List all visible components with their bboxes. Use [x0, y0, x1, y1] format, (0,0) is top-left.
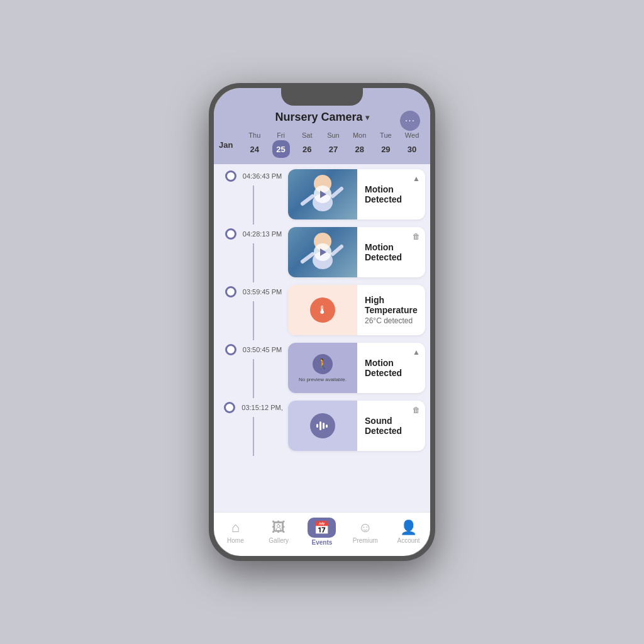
time-row-4: 03:50:45 PM [225, 344, 282, 355]
home-label: Home [227, 537, 244, 544]
day-num-mon: 28 [351, 140, 369, 158]
day-thu[interactable]: Thu 24 [246, 131, 264, 158]
card-action-4[interactable]: ▲ [413, 348, 420, 357]
play-button-1[interactable] [314, 186, 331, 203]
event-thumbnail-4: 🚶 No preview available. [288, 343, 357, 393]
events-content: 04:36:43 PM [214, 164, 430, 512]
days-row: Thu 24 Fri 25 Sat 26 Sun 27 Mon 28 [242, 131, 425, 158]
timeline-left-5: 03:15:12 PM, [219, 401, 288, 456]
timeline-item-4: 03:50:45 PM 🚶 No preview available. Moti… [214, 343, 430, 398]
timeline-dot-4 [225, 344, 236, 355]
event-card-3[interactable]: 🌡 High Temperature 26°C detected [288, 285, 425, 335]
timeline-left-3: 03:59:45 PM [219, 285, 288, 340]
play-button-2[interactable] [314, 243, 331, 261]
day-num-sat: 26 [298, 140, 316, 158]
camera-name: Nursery Camera [275, 111, 362, 124]
event-thumbnail-1 [288, 169, 357, 219]
baby-thumbnail-2 [288, 227, 357, 277]
event-title-5: Sound Detected [365, 416, 418, 436]
event-card-4[interactable]: 🚶 No preview available. Motion Detected … [288, 343, 425, 393]
time-row-5: 03:15:12 PM, [224, 402, 282, 413]
time-label-2: 04:28:13 PM [243, 230, 282, 238]
card-action-1[interactable]: ▲ [413, 174, 420, 183]
svg-line-7 [333, 247, 341, 254]
timeline-dot-5 [224, 402, 235, 413]
nav-account[interactable]: 👤 Account [391, 519, 426, 544]
chevron-down-icon: ▾ [365, 113, 369, 122]
day-sat[interactable]: Sat 26 [298, 131, 316, 158]
timeline-dot-1 [225, 170, 236, 182]
more-button[interactable]: ··· [400, 111, 420, 131]
nav-home[interactable]: ⌂ Home [218, 519, 253, 544]
time-row-3: 03:59:45 PM [225, 286, 282, 297]
day-name-fri: Fri [277, 131, 285, 139]
event-title-1: Motion Detected [365, 184, 418, 204]
play-icon-1 [320, 191, 326, 198]
time-label-1: 04:36:43 PM [243, 172, 282, 180]
events-active-bg: 📅 [308, 518, 336, 538]
timeline-dot-2 [225, 228, 236, 240]
svg-rect-9 [319, 421, 321, 430]
account-label: Account [397, 537, 420, 544]
event-card-2[interactable]: Motion Detected 🗑 [288, 227, 425, 277]
day-name-sun: Sun [327, 131, 340, 139]
phone-frame: Nursery Camera ▾ ··· Jan Thu 24 Fri 25 [209, 83, 435, 561]
timeline-item-2: 04:28:13 PM [214, 227, 430, 282]
nav-gallery[interactable]: 🖼 Gallery [261, 519, 296, 544]
timeline-left-4: 03:50:45 PM [219, 343, 288, 398]
timeline-line-1 [253, 186, 254, 225]
day-num-thu: 24 [246, 140, 264, 158]
time-label-3: 03:59:45 PM [243, 288, 282, 296]
account-icon: 👤 [400, 519, 417, 536]
events-label: Events [312, 539, 333, 546]
event-thumbnail-5 [288, 401, 357, 451]
calendar-bar: Jan Thu 24 Fri 25 Sat 26 Sun 27 [214, 131, 430, 164]
day-name-thu: Thu [248, 131, 260, 139]
timeline-line-3 [253, 301, 254, 340]
month-label: Jan [219, 140, 242, 150]
event-subtitle-3: 26°C detected [365, 316, 418, 325]
event-info-3: High Temperature 26°C detected [357, 285, 425, 335]
timeline-line-5 [253, 417, 254, 456]
card-action-5[interactable]: 🗑 [413, 406, 420, 414]
sound-thumbnail-5 [288, 401, 357, 451]
bottom-nav: ⌂ Home 🖼 Gallery 📅 Events ☺ Premium 👤 Ac… [214, 512, 430, 556]
timeline-line-2 [253, 243, 254, 282]
timeline-left-2: 04:28:13 PM [219, 227, 288, 282]
play-icon-2 [320, 248, 326, 256]
day-num-fri: 25 [272, 140, 290, 158]
nav-premium[interactable]: ☺ Premium [348, 519, 383, 544]
temp-icon-3: 🌡 [310, 297, 335, 323]
events-icon: 📅 [314, 521, 330, 535]
premium-icon: ☺ [358, 519, 372, 536]
timeline-item-1: 04:36:43 PM [214, 169, 430, 225]
more-icon: ··· [405, 116, 415, 126]
motion-nopreview-4: 🚶 No preview available. [288, 343, 357, 393]
header-title[interactable]: Nursery Camera ▾ [275, 111, 369, 124]
card-action-2[interactable]: 🗑 [413, 232, 420, 241]
day-name-mon: Mon [353, 131, 366, 139]
nav-events[interactable]: 📅 Events [304, 518, 340, 546]
home-icon: ⌂ [231, 519, 240, 536]
day-name-sat: Sat [302, 131, 313, 139]
event-title-4: Motion Detected [365, 358, 418, 378]
timeline-dot-3 [225, 286, 236, 297]
time-row-1: 04:36:43 PM [225, 170, 282, 182]
timeline-item-3: 03:59:45 PM 🌡 High Temperature 26°C dete… [214, 285, 430, 340]
svg-line-6 [303, 254, 313, 262]
day-sun[interactable]: Sun 27 [325, 131, 342, 158]
day-num-tue: 29 [377, 140, 394, 158]
event-card-1[interactable]: Motion Detected ▲ [288, 169, 425, 219]
soundwave-svg [316, 419, 330, 433]
svg-rect-8 [316, 424, 318, 428]
gallery-icon: 🖼 [272, 519, 286, 536]
baby-thumbnail-1 [288, 169, 357, 219]
timeline-left-1: 04:36:43 PM [219, 169, 288, 225]
day-wed[interactable]: Wed 30 [403, 131, 421, 158]
timeline-item-5: 03:15:12 PM, [214, 401, 430, 456]
day-mon[interactable]: Mon 28 [351, 131, 369, 158]
day-fri[interactable]: Fri 25 [272, 131, 290, 158]
svg-rect-10 [323, 423, 325, 429]
day-tue[interactable]: Tue 29 [377, 131, 394, 158]
event-card-5[interactable]: Sound Detected 🗑 [288, 401, 425, 451]
